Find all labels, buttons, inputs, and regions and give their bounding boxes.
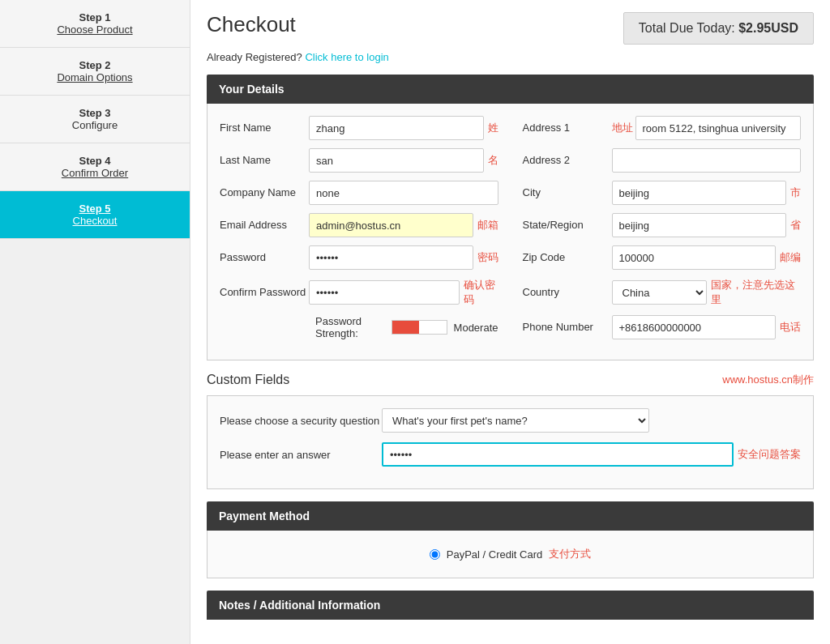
step3-num: Step 3 (8, 107, 182, 119)
sidebar-item-step5[interactable]: Step 5 Checkout (0, 191, 190, 239)
email-row: Email Address 邮箱 (220, 213, 498, 237)
security-answer-label: Please enter an answer (220, 449, 382, 461)
address2-row: Address 2 (523, 148, 802, 173)
pw-strength-label: Password Strength: (315, 315, 385, 339)
state-input[interactable] (612, 213, 787, 237)
step1-num: Step 1 (8, 11, 182, 23)
zip-label: Zip Code (523, 251, 612, 265)
sidebar-item-step1[interactable]: Step 1 Choose Product (0, 0, 190, 48)
payment-option: PayPal / Credit Card 支付方式 (220, 547, 801, 561)
custom-fields-area: Please choose a security question What's… (207, 395, 814, 489)
total-due-box: Total Due Today: $2.95USD (623, 12, 814, 45)
security-question-select[interactable]: What's your first pet's name? What's you… (382, 408, 649, 433)
pw-strength-text: Moderate (454, 322, 498, 334)
total-amount: $2.95USD (738, 21, 798, 35)
paypal-radio[interactable] (430, 549, 440, 560)
password-label: Password (220, 251, 309, 265)
phone-label: Phone Number (523, 321, 612, 335)
total-label: Total Due Today: (639, 21, 735, 35)
security-question-row: Please choose a security question What's… (220, 408, 801, 433)
first-name-label: First Name (220, 122, 309, 135)
first-name-input[interactable] (309, 116, 484, 140)
phone-hint: 电话 (780, 320, 801, 335)
payment-hint: 支付方式 (549, 547, 591, 561)
already-registered: Already Registered? Click here to login (207, 51, 814, 63)
zip-row: Zip Code 邮编 (523, 245, 802, 270)
custom-fields-credit: www.hostus.cn制作 (722, 373, 814, 387)
step2-label: Domain Options (8, 71, 182, 83)
step5-label: Checkout (8, 215, 182, 227)
phone-input[interactable] (612, 315, 777, 339)
login-link[interactable]: Click here to login (305, 51, 388, 63)
header-row: Checkout Total Due Today: $2.95USD (207, 12, 814, 45)
pw-strength-empty (419, 321, 446, 334)
email-hint: 邮箱 (477, 218, 498, 232)
company-label: Company Name (220, 186, 309, 200)
email-label: Email Address (220, 219, 309, 232)
security-answer-hint: 安全问题答案 (738, 447, 801, 462)
password-input[interactable] (309, 245, 473, 270)
security-answer-input[interactable] (382, 442, 734, 467)
state-row: State/Region 省 (523, 213, 802, 237)
sidebar-item-step2[interactable]: Step 2 Domain Options (0, 48, 190, 96)
payment-section-header: Payment Method (207, 501, 814, 531)
address1-input[interactable] (635, 116, 802, 140)
step3-label: Configure (8, 119, 182, 131)
custom-fields-header-row: Custom Fields www.hostus.cn制作 (207, 373, 814, 387)
sidebar: Step 1 Choose Product Step 2 Domain Opti… (0, 0, 190, 644)
country-hint: 国家，注意先选这里 (711, 278, 802, 307)
company-input[interactable] (309, 181, 498, 205)
security-answer-row: Please enter an answer 安全问题答案 (220, 442, 801, 467)
form-grid: First Name 姓 Last Name 名 Company Name Em… (220, 116, 801, 348)
already-registered-text: Already Registered? (207, 51, 302, 63)
payment-area: PayPal / Credit Card 支付方式 (207, 531, 814, 578)
last-name-row: Last Name 名 (220, 148, 498, 173)
country-row: Country China United States 国家，注意先选这里 (523, 278, 802, 307)
password-strength-row: Password Strength: Moderate (220, 315, 498, 339)
step5-num: Step 5 (8, 203, 182, 215)
zip-hint: 邮编 (780, 250, 801, 265)
state-hint: 省 (790, 218, 801, 232)
phone-row: Phone Number 电话 (523, 315, 802, 339)
pw-strength-filled (392, 321, 419, 334)
step4-label: Confirm Order (8, 167, 182, 179)
address1-hint: 地址 (612, 121, 633, 135)
last-name-hint: 名 (488, 153, 498, 168)
last-name-input[interactable] (309, 148, 484, 173)
city-hint: 市 (790, 186, 801, 200)
form-left-col: First Name 姓 Last Name 名 Company Name Em… (220, 116, 498, 348)
notes-section-header: Notes / Additional Information (207, 591, 814, 620)
security-question-label: Please choose a security question (220, 415, 382, 427)
address2-input[interactable] (612, 148, 802, 173)
step2-num: Step 2 (8, 59, 182, 71)
paypal-label: PayPal / Credit Card (447, 548, 543, 561)
city-row: City 市 (523, 181, 802, 205)
address1-label: Address 1 (523, 122, 612, 135)
pw-strength-bar (391, 320, 447, 335)
zip-input[interactable] (612, 245, 777, 270)
main-content: Checkout Total Due Today: $2.95USD Alrea… (190, 0, 830, 644)
sidebar-item-step4[interactable]: Step 4 Confirm Order (0, 143, 190, 191)
country-select[interactable]: China United States (612, 280, 707, 305)
city-input[interactable] (612, 181, 787, 205)
your-details-form: First Name 姓 Last Name 名 Company Name Em… (207, 104, 814, 360)
city-label: City (523, 186, 612, 200)
password-hint: 密码 (477, 250, 498, 265)
state-label: State/Region (523, 219, 612, 232)
sidebar-item-step3[interactable]: Step 3 Configure (0, 96, 190, 143)
company-name-row: Company Name (220, 181, 498, 205)
step4-num: Step 4 (8, 155, 182, 167)
confirm-password-row: Confirm Password 确认密码 (220, 278, 498, 307)
page-title: Checkout (207, 12, 296, 37)
address1-row: Address 1 地址 (523, 116, 802, 140)
form-right-col: Address 1 地址 Address 2 City 市 State/Regi… (523, 116, 802, 348)
password-row: Password 密码 (220, 245, 498, 270)
first-name-hint: 姓 (488, 121, 498, 135)
first-name-row: First Name 姓 (220, 116, 498, 140)
custom-fields-title: Custom Fields (207, 373, 289, 387)
confirm-password-input[interactable] (309, 280, 460, 305)
address2-label: Address 2 (523, 154, 612, 168)
confirm-password-label: Confirm Password (220, 286, 309, 300)
email-input[interactable] (309, 213, 473, 237)
last-name-label: Last Name (220, 154, 309, 168)
